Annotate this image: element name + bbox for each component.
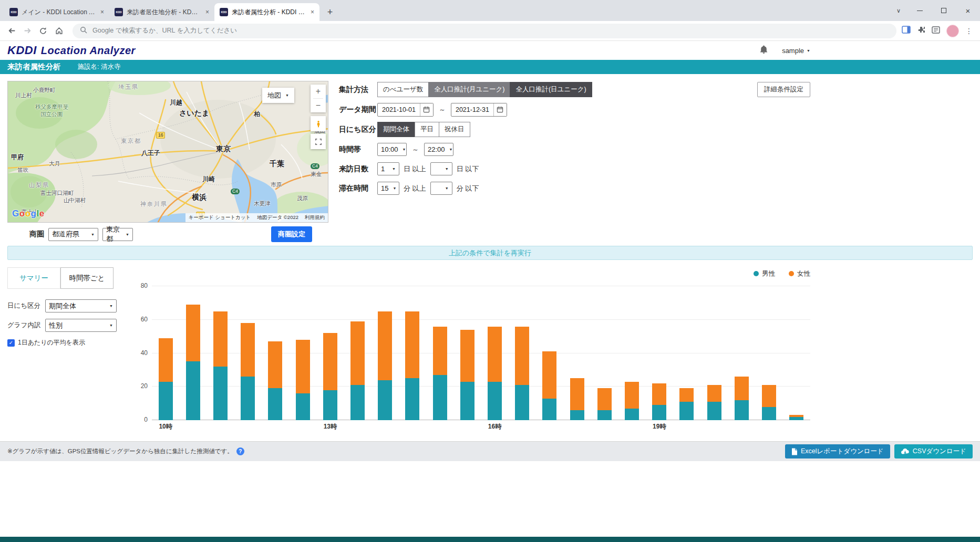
rerun-aggregation-button[interactable]: 上記の条件で集計を再実行 [7,246,973,260]
daytype-option[interactable]: 祝休日 [439,122,470,137]
browser-tab[interactable]: KDDIメイン - KDDI Location Analyzer× [4,3,109,21]
aggregation-segmented: のべユーザ数全人口推計(月ユニーク)全人口推計(日ユニーク) [377,82,592,97]
staytime-max-select[interactable]: ▼ [430,182,452,195]
close-button[interactable]: × [956,0,980,21]
maximize-button[interactable] [932,0,956,21]
browser-toolbar: Google で検索するか、URL を入力してください ⋮ [0,21,980,41]
aggregation-option[interactable]: 全人口推計(月ユニーク) [428,82,510,97]
y-axis-tick: 60 [130,316,148,323]
trade-area-set-button[interactable]: 商圏設定 [271,226,312,242]
home-icon[interactable] [51,24,66,38]
page-bottom-bar [0,537,980,542]
browser-tab[interactable]: KDDI来訪者属性分析 - KDDI Location× [214,3,319,21]
excel-download-button[interactable]: Excelレポートダウンロード [785,444,890,458]
tab-close-icon[interactable]: × [310,8,315,16]
legend-dot-icon [754,271,759,276]
city-select[interactable]: 東京都 ▼ [102,228,133,241]
bar-segment-女性 [186,305,200,361]
map-label: 東金 [311,171,322,178]
date-to-input[interactable]: 2021-12-31 [451,103,507,117]
bar-segment-女性 [652,383,666,405]
bar-segment-女性 [378,311,392,380]
bar-18:00 [591,286,618,420]
daytype-filter-label: 日にち区分 [339,125,377,134]
map-label: 富士河口湖町 [40,190,74,197]
map-label: さいたま [179,109,209,118]
legend-item-女性: 女性 [789,269,810,278]
browser-tab-strip: KDDIメイン - KDDI Location Analyzer×KDDI来訪者… [0,0,980,21]
pegman-icon[interactable] [311,116,326,131]
staytime-min-unit: 分 以上 [404,184,426,193]
tab-close-icon[interactable]: × [204,8,210,16]
map-label: 笛吹 [17,166,28,174]
tab-summary[interactable]: サマリー [7,267,60,289]
time-from-select[interactable]: 10:00 ▼ [377,143,407,156]
daytype-option[interactable]: 期間全体 [377,122,415,137]
tilde-separator: ～ [439,105,446,114]
address-bar[interactable]: Google で検索するか、URL を入力してください [73,24,896,38]
browser-menu-icon[interactable]: ⋮ [965,27,973,35]
map-label: 東京都 [121,137,141,145]
tab-search-icon[interactable]: ∨ [890,7,907,14]
bar-segment-女性 [433,327,447,375]
chevron-down-icon: ▼ [445,167,449,171]
time-to-select[interactable]: 22:00 ▼ [424,143,453,156]
hourly-chart: 男性女性 020406080 10時13時16時19時 [128,267,810,433]
map-label: 横浜 [192,193,207,202]
back-icon[interactable] [4,24,19,38]
bell-icon[interactable] [759,45,768,56]
calendar-icon[interactable] [420,103,433,116]
date-from-input[interactable]: 2021-10-01 [377,103,434,117]
y-axis-tick: 20 [130,382,148,390]
reading-panel-icon[interactable] [932,26,940,36]
aggregation-option[interactable]: のべユーザ数 [377,82,429,97]
side-panel-icon[interactable] [902,26,911,36]
bar-segment-男性 [296,393,310,420]
chart-breakdown-select[interactable]: 性別 ▼ [45,319,117,332]
bar-segment-男性 [323,390,337,420]
google-logo: Google [12,209,45,219]
detail-settings-button[interactable]: 詳細条件設定 [757,82,810,97]
map-label: 茂原 [297,195,308,202]
chart-daytype-select[interactable]: 期間全体 ▼ [45,299,117,312]
google-map[interactable]: 川上村小鹿野町埼玉県秩父多摩甲斐国立公園川越さいたま柏成田東京都八王子東京千葉甲… [7,81,328,223]
toolbar-icons: ⋮ [902,25,973,37]
staytime-min-select[interactable]: 15 ▼ [377,182,399,195]
terms-link[interactable]: 利用規約 [305,214,325,221]
map-type-control[interactable]: 地図 ▼ [262,88,294,103]
prefecture-select[interactable]: 都道府県 ▼ [48,228,98,241]
bar-segment-女性 [159,338,173,382]
profile-avatar-icon[interactable] [946,25,959,37]
help-icon[interactable]: ? [236,447,244,455]
new-tab-button[interactable]: + [323,5,337,19]
chevron-down-icon: ▼ [109,304,113,308]
csv-download-button[interactable]: CSVダウンロード [894,444,973,458]
bar-segment-女性 [296,340,310,393]
forward-icon[interactable] [20,24,35,38]
chevron-down-icon: ▼ [445,186,449,190]
x-axis-tick: 13時 [316,422,344,431]
browser-tab[interactable]: KDDI来訪者居住地分析 - KDDI Locati× [109,3,214,21]
zoom-in-button[interactable]: + [311,85,326,98]
calendar-icon[interactable] [493,103,507,116]
visitdays-max-select[interactable]: ▼ [430,162,452,175]
minimize-button[interactable] [907,0,932,21]
aggregation-option[interactable]: 全人口推計(日ユニーク) [510,82,592,97]
map-attribution: キーボード ショートカット 地図データ ©2022 利用規約 [185,213,328,222]
user-menu[interactable]: sample ▼ [782,47,810,55]
bar-segment-男性 [488,382,502,420]
daily-average-checkbox[interactable]: ✓ [7,339,15,347]
extensions-puzzle-icon[interactable] [917,26,925,36]
reload-icon[interactable] [36,24,50,38]
tab-hourly[interactable]: 時間帯ごと [60,267,114,289]
search-icon [80,26,87,36]
map-label: 大月 [49,160,60,168]
daytype-option[interactable]: 平日 [415,122,439,137]
bar-segment-男性 [378,380,392,421]
tab-close-icon[interactable]: × [99,8,105,16]
visitdays-min-select[interactable]: 1 ▼ [377,162,399,175]
keyboard-shortcuts-link[interactable]: キーボード ショートカット [189,214,251,221]
fullscreen-icon[interactable] [311,134,326,149]
bar-20:30 [728,286,755,420]
zoom-out-button[interactable]: − [311,99,326,112]
